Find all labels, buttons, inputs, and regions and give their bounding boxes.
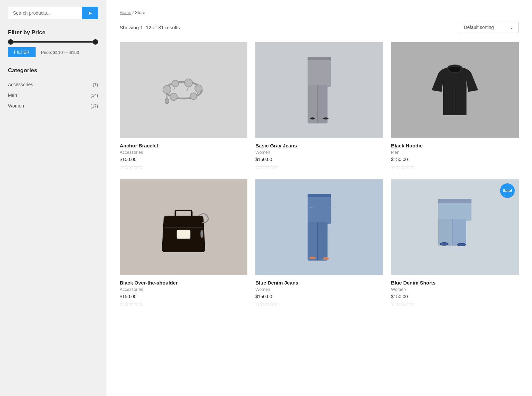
- product-image: [120, 179, 247, 275]
- results-header: Showing 1–12 of 31 results Default sorti…: [120, 22, 519, 33]
- category-link[interactable]: Accessories: [8, 82, 33, 87]
- svg-point-40: [440, 243, 448, 245]
- search-input[interactable]: [8, 7, 82, 19]
- sale-badge: Sale!: [500, 183, 515, 198]
- product-stars: ☆☆☆☆☆: [391, 164, 519, 170]
- svg-rect-28: [318, 222, 328, 261]
- breadcrumb-home[interactable]: Home: [120, 10, 131, 15]
- svg-point-8: [165, 99, 169, 104]
- product-name: Basic Gray Jeans: [255, 143, 383, 148]
- product-image: [255, 42, 383, 138]
- product-category: Accessories: [120, 150, 247, 155]
- product-name: Blue Denim Shorts: [391, 280, 519, 286]
- category-link[interactable]: Women: [8, 103, 24, 108]
- product-category: Women: [391, 287, 519, 292]
- product-image: [391, 42, 519, 138]
- results-count: Showing 1–12 of 31 results: [120, 25, 180, 30]
- price-label: Price: $110 — $150: [41, 50, 79, 55]
- product-stars: ☆☆☆☆☆: [120, 164, 247, 170]
- svg-point-17: [310, 117, 315, 119]
- price-range-thumb-left[interactable]: [8, 39, 13, 45]
- svg-point-2: [172, 80, 179, 87]
- category-count: (17): [90, 103, 98, 108]
- filter-row: FILTER Price: $110 — $150: [8, 47, 98, 57]
- category-list-item: Men(14): [8, 90, 98, 100]
- svg-point-34: [323, 257, 329, 260]
- filter-button[interactable]: FILTER: [8, 47, 36, 57]
- product-price: $150.00: [391, 157, 519, 162]
- svg-point-1: [163, 86, 171, 94]
- product-category: Women: [255, 150, 383, 155]
- product-image: [255, 179, 383, 275]
- svg-rect-20: [449, 66, 461, 72]
- product-price: $150.00: [120, 157, 247, 162]
- sort-label: Default sorting: [464, 25, 494, 30]
- product-name: Blue Denim Jeans: [255, 280, 383, 286]
- svg-point-6: [170, 93, 177, 100]
- filter-by-price-section: Filter by Price FILTER Price: $110 — $15…: [8, 29, 98, 57]
- breadcrumb-separator: / Store: [132, 10, 145, 15]
- svg-line-10: [187, 87, 189, 91]
- product-image: [120, 42, 247, 138]
- product-card[interactable]: Black Hoodie Men $150.00 ☆☆☆☆☆: [391, 42, 519, 170]
- svg-point-3: [185, 79, 193, 87]
- product-price: $150.00: [255, 294, 383, 299]
- product-category: Men: [391, 150, 519, 155]
- product-card[interactable]: Anchor Bracelet Accessories $150.00 ☆☆☆☆…: [120, 42, 247, 170]
- search-button[interactable]: ➤: [82, 7, 98, 19]
- product-name: Black Over-the-shoulder: [120, 280, 247, 286]
- svg-line-9: [174, 87, 175, 90]
- product-figure: [255, 42, 383, 138]
- products-grid: Anchor Bracelet Accessories $150.00 ☆☆☆☆…: [120, 42, 519, 307]
- svg-rect-38: [438, 199, 471, 203]
- category-list-item: Women(17): [8, 100, 98, 111]
- svg-rect-36: [438, 219, 452, 246]
- product-figure: [391, 179, 519, 275]
- svg-point-5: [190, 93, 197, 99]
- product-figure: [120, 42, 247, 138]
- svg-rect-15: [308, 57, 331, 60]
- category-list-item: Accessories(7): [8, 79, 98, 90]
- product-figure: [120, 179, 247, 275]
- search-bar: ➤: [8, 7, 98, 19]
- product-stars: ☆☆☆☆☆: [255, 164, 383, 170]
- product-category: Accessories: [120, 287, 247, 292]
- svg-point-18: [323, 117, 329, 119]
- product-price: $150.00: [120, 294, 247, 299]
- svg-rect-26: [308, 194, 331, 224]
- svg-rect-27: [308, 222, 318, 261]
- main-content: Home / Store Showing 1–12 of 31 results …: [106, 0, 532, 396]
- product-figure: [255, 179, 383, 275]
- product-stars: ☆☆☆☆☆: [391, 301, 519, 307]
- svg-point-25: [200, 230, 203, 238]
- svg-rect-29: [308, 194, 331, 197]
- product-card[interactable]: Sale! Blue Denim Shorts Women $150.00 ☆☆…: [391, 179, 519, 307]
- product-card[interactable]: Basic Gray Jeans Women $150.00 ☆☆☆☆☆: [255, 42, 383, 170]
- svg-point-33: [309, 257, 316, 259]
- price-range-thumb-right[interactable]: [93, 39, 98, 45]
- category-link[interactable]: Men: [8, 93, 17, 98]
- product-stars: ☆☆☆☆☆: [255, 301, 383, 307]
- categories-section: Categories Accessories(7)Men(14)Women(17…: [8, 67, 98, 111]
- svg-rect-24: [177, 230, 190, 239]
- product-card[interactable]: Blue Denim Jeans Women $150.00 ☆☆☆☆☆: [255, 179, 383, 307]
- product-name: Black Hoodie: [391, 143, 519, 148]
- svg-rect-12: [308, 57, 331, 87]
- product-card[interactable]: Black Over-the-shoulder Accessories $150…: [120, 179, 247, 307]
- chevron-down-icon: ⌄: [510, 25, 514, 30]
- price-range-track[interactable]: [8, 41, 98, 43]
- sort-dropdown[interactable]: Default sorting ⌄: [459, 22, 519, 33]
- category-count: (14): [90, 93, 98, 98]
- breadcrumb: Home / Store: [120, 10, 519, 15]
- filter-by-price-label: Filter by Price: [8, 29, 98, 36]
- sidebar: ➤ Filter by Price FILTER Price: $110 — $…: [0, 0, 106, 396]
- product-price: $150.00: [391, 294, 519, 299]
- product-figure: [391, 42, 519, 138]
- product-stars: ☆☆☆☆☆: [120, 301, 247, 307]
- category-list: Accessories(7)Men(14)Women(17): [8, 79, 98, 111]
- category-count: (7): [93, 82, 98, 87]
- svg-rect-37: [452, 219, 466, 246]
- svg-point-4: [195, 85, 202, 92]
- categories-label: Categories: [8, 67, 98, 74]
- product-category: Women: [255, 287, 383, 292]
